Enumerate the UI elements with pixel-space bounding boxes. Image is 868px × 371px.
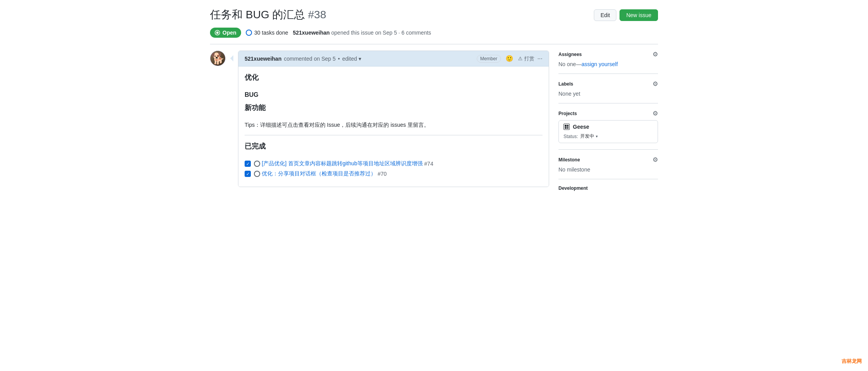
sidebar: Assignees ⚙ No one—assign yourself Label… — [558, 51, 658, 194]
labels-gear-button[interactable]: ⚙ — [653, 80, 658, 88]
issue-title: 任务和 BUG 的汇总 #38 — [210, 8, 326, 21]
open-dot-icon — [215, 30, 220, 35]
task-checkbox-1 — [245, 161, 251, 167]
sidebar-projects-header: Projects ⚙ — [558, 110, 658, 117]
task-number-2: #70 — [378, 171, 387, 177]
main-layout: 521xueweihan commented on Sep 5 • edited… — [210, 51, 658, 194]
assign-yourself-link[interactable]: assign yourself — [581, 61, 618, 67]
milestone-value: No milestone — [558, 166, 658, 173]
comment-arrow — [230, 55, 233, 61]
comment-body: 优化 BUG 新功能 Tips：详细描述可点击查看对应的 Issue，后续沟通在… — [238, 66, 549, 187]
tips-text: Tips：详细描述可点击查看对应的 Issue，后续沟通在对应的 issues … — [245, 122, 542, 129]
chevron-down-icon: ▾ — [359, 56, 361, 62]
avatar — [210, 51, 226, 66]
project-name: Geese — [564, 124, 653, 130]
labels-value: None yet — [558, 91, 658, 97]
milestone-title: Milestone — [558, 157, 580, 163]
projects-gear-button[interactable]: ⚙ — [653, 110, 658, 117]
assignees-title: Assignees — [558, 52, 582, 57]
edited-button[interactable]: edited ▾ — [342, 56, 361, 62]
comment-container: 521xueweihan commented on Sep 5 • edited… — [210, 51, 549, 187]
sidebar-milestone-header: Milestone ⚙ — [558, 156, 658, 163]
member-badge: Member — [477, 55, 501, 63]
comment-author[interactable]: 521xueweihan — [245, 56, 282, 62]
sidebar-labels-section: Labels ⚙ None yet — [558, 74, 658, 103]
optimize-heading: 优化 — [245, 73, 542, 85]
comment-header: 521xueweihan commented on Sep 5 • edited… — [238, 51, 549, 66]
open-status-badge: Open — [210, 28, 241, 38]
tasks-done: 30 tasks done — [246, 30, 288, 36]
assignees-gear-button[interactable]: ⚙ — [653, 51, 658, 58]
comment-header-left: 521xueweihan commented on Sep 5 • edited… — [245, 56, 361, 62]
sidebar-milestone-section: Milestone ⚙ No milestone — [558, 150, 658, 179]
header-buttons: Edit New issue — [594, 9, 658, 21]
projects-title: Projects — [558, 111, 577, 116]
issue-meta-text: 521xueweihan opened this issue on Sep 5 … — [293, 30, 431, 36]
bug-heading: BUG — [245, 91, 542, 98]
task-item-2: 优化：分享项目对话框（检查项目是否推荐过） #70 — [245, 170, 542, 177]
project-table-icon — [564, 124, 570, 130]
task-item: [产品优化] 首页文章内容标题跳转github等项目地址区域辨识度增强 #74 — [245, 160, 542, 167]
emoji-reaction-button[interactable]: 🙂 — [504, 54, 515, 63]
watermark: 吉林龙网 — [842, 358, 862, 365]
comment-time: commented on Sep 5 — [284, 56, 336, 62]
bullet-separator: • — [338, 56, 340, 62]
tasks-circle-icon — [246, 30, 252, 36]
labels-title: Labels — [558, 81, 573, 87]
sidebar-labels-header: Labels ⚙ — [558, 80, 658, 88]
task-number-1: #74 — [424, 161, 433, 167]
new-feature-heading: 新功能 — [245, 103, 542, 116]
issue-meta: Open 30 tasks done 521xueweihan opened t… — [210, 28, 658, 44]
divider — [245, 135, 542, 135]
sidebar-assignees-header: Assignees ⚙ — [558, 51, 658, 58]
project-status: Status: 开发中 ▾ — [564, 133, 653, 140]
task-link-1[interactable]: [产品优化] 首页文章内容标题跳转github等项目地址区域辨识度增强 — [262, 160, 423, 167]
status-dropdown[interactable]: 开发中 ▾ — [580, 133, 598, 140]
edit-button[interactable]: Edit — [594, 9, 616, 21]
circle-check-icon-2 — [254, 171, 260, 177]
issue-number: #38 — [308, 9, 326, 21]
issue-header: 任务和 BUG 的汇总 #38 Edit New issue — [210, 8, 658, 21]
completed-heading: 已完成 — [245, 142, 542, 154]
sidebar-development-section: Development — [558, 179, 658, 191]
reward-button[interactable]: ⚠ 打赏 — [518, 55, 534, 62]
project-card: Geese Status: 开发中 ▾ — [558, 120, 658, 143]
sidebar-projects-section: Projects ⚙ Geese Status: — [558, 103, 658, 150]
status-caret-icon: ▾ — [596, 134, 598, 138]
task-checkbox-2 — [245, 171, 251, 177]
milestone-gear-button[interactable]: ⚙ — [653, 156, 658, 163]
reward-icon: ⚠ — [518, 56, 523, 61]
more-options-button[interactable]: ··· — [537, 55, 542, 62]
new-issue-button[interactable]: New issue — [620, 9, 658, 21]
avatar-image — [210, 51, 225, 66]
assignees-value: No one—assign yourself — [558, 61, 658, 67]
circle-check-icon-1 — [254, 161, 260, 167]
comment-header-right: Member 🙂 ⚠ 打赏 ··· — [477, 54, 542, 63]
comment-box: 521xueweihan commented on Sep 5 • edited… — [238, 51, 549, 187]
development-title: Development — [558, 186, 658, 191]
task-strikethrough-2: 优化：分享项目对话框（检查项目是否推荐过） #70 — [254, 170, 387, 177]
task-link-2[interactable]: 优化：分享项目对话框（检查项目是否推荐过） — [262, 170, 376, 177]
content-area: 521xueweihan commented on Sep 5 • edited… — [210, 51, 549, 194]
sidebar-assignees-section: Assignees ⚙ No one—assign yourself — [558, 51, 658, 74]
completed-section: 已完成 [产品优化] 首页文章内容标题跳转github等项目地址区域辨识度增强 … — [245, 142, 542, 177]
task-strikethrough-1: [产品优化] 首页文章内容标题跳转github等项目地址区域辨识度增强 #74 — [254, 160, 433, 167]
